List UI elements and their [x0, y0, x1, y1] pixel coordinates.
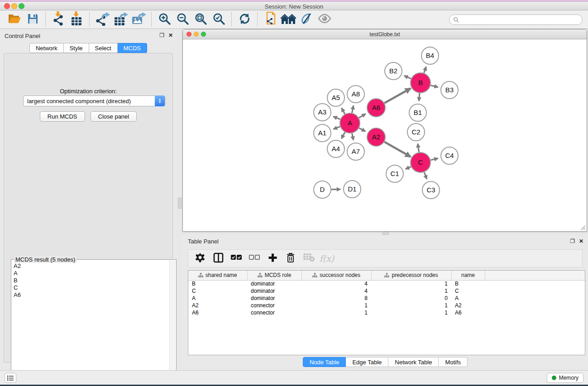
close-table-panel-icon[interactable]: ✕: [579, 238, 583, 244]
export-table-button[interactable]: [111, 12, 129, 27]
edge-A-A3[interactable]: [333, 117, 340, 119]
table-row[interactable]: Bdominator41B: [188, 280, 585, 287]
tab-edge-table[interactable]: Edge Table: [346, 357, 388, 367]
tab-motifs[interactable]: Motifs: [439, 357, 468, 367]
tab-network-table[interactable]: Network Table: [388, 357, 439, 367]
search-input[interactable]: [461, 17, 582, 23]
search-field[interactable]: [449, 14, 583, 25]
style-hide-button[interactable]: [297, 12, 316, 27]
cell[interactable]: 8: [301, 295, 371, 302]
vertical-splitter-handle[interactable]: [178, 198, 182, 209]
cell[interactable]: A6: [451, 309, 485, 316]
trash-button[interactable]: [282, 251, 299, 266]
table-row[interactable]: A2connector11A2: [188, 302, 585, 309]
result-item[interactable]: A6: [12, 291, 169, 299]
column-header-shared-name[interactable]: shared name: [188, 271, 247, 280]
tab-style[interactable]: Style: [64, 43, 89, 53]
tab-select[interactable]: Select: [89, 43, 118, 53]
close-panel-icon[interactable]: ✕: [168, 32, 173, 38]
add-button[interactable]: [264, 251, 281, 266]
node-B4[interactable]: B4: [421, 47, 439, 64]
edge-B-B2[interactable]: [404, 76, 411, 79]
edge-A-A5[interactable]: [342, 108, 345, 114]
node-D1[interactable]: D1: [344, 181, 361, 198]
edge-B-B4[interactable]: [424, 67, 426, 73]
edge-C-C4[interactable]: [430, 158, 438, 160]
node-A5[interactable]: A5: [327, 89, 344, 106]
column-header-name[interactable]: name: [451, 271, 485, 280]
task-history-button[interactable]: [5, 373, 16, 383]
edge-A-A7[interactable]: [352, 133, 354, 140]
cell[interactable]: 0: [371, 295, 451, 302]
zoom-selected-button[interactable]: [210, 12, 228, 27]
cell[interactable]: B: [188, 280, 247, 287]
import-table-button[interactable]: [67, 12, 86, 27]
close-panel-button[interactable]: Close panel: [91, 111, 137, 122]
cell[interactable]: A6: [188, 309, 247, 316]
open-session-button[interactable]: [5, 12, 24, 27]
column-header-successor-nodes[interactable]: successor nodes: [301, 271, 371, 280]
cell[interactable]: 1: [301, 302, 371, 309]
cell[interactable]: 4: [301, 287, 371, 295]
cell[interactable]: C: [451, 287, 485, 295]
cell[interactable]: dominator: [247, 280, 301, 287]
result-item[interactable]: B: [12, 277, 169, 284]
node-C3[interactable]: C3: [422, 181, 440, 199]
resize-grip-icon[interactable]: [580, 224, 586, 230]
node-A1[interactable]: A1: [314, 124, 331, 142]
memory-button[interactable]: Memory: [547, 373, 583, 383]
tab-node-table[interactable]: Node Table: [303, 357, 346, 367]
network-window-titlebar[interactable]: testGlobe.txt: [183, 29, 587, 39]
deselect-all-button[interactable]: [246, 251, 263, 266]
node-B1[interactable]: B1: [409, 104, 426, 121]
cell[interactable]: connector: [247, 309, 301, 316]
node-A3[interactable]: A3: [314, 104, 331, 121]
float-panel-icon[interactable]: ❐: [159, 32, 164, 38]
tab-network[interactable]: Network: [29, 43, 64, 53]
node-C2[interactable]: C2: [407, 124, 425, 141]
edge-A-A8[interactable]: [352, 105, 354, 113]
node-A4[interactable]: A4: [327, 140, 344, 157]
zoom-out-button[interactable]: [173, 12, 191, 27]
home-button[interactable]: [279, 12, 297, 27]
edge-A-A4[interactable]: [341, 132, 345, 138]
mcds-result-list[interactable]: A2ABCA6: [12, 262, 169, 386]
import-network-button[interactable]: [49, 12, 67, 27]
export-network-button[interactable]: [93, 12, 111, 27]
cell[interactable]: 1: [371, 280, 451, 287]
column-header-predecessor-nodes[interactable]: predecessor nodes: [371, 271, 451, 280]
cell[interactable]: A: [188, 295, 247, 302]
node-C[interactable]: C: [411, 152, 430, 172]
cell[interactable]: 1: [371, 309, 451, 316]
cell[interactable]: connector: [247, 302, 301, 309]
cell[interactable]: A: [451, 295, 485, 302]
cell[interactable]: 1: [371, 287, 451, 295]
edge-C-C3[interactable]: [424, 172, 427, 179]
export-image-button[interactable]: [129, 12, 148, 27]
cell[interactable]: 1: [371, 302, 451, 309]
node-A6[interactable]: A6: [367, 99, 385, 117]
result-item[interactable]: A2: [12, 262, 169, 270]
refresh-button[interactable]: [235, 12, 253, 27]
criterion-select[interactable]: largest connected component (directed) ▲…: [23, 95, 165, 106]
node-table[interactable]: shared nameMCDS rolesuccessor nodesprede…: [188, 270, 585, 355]
result-scrollbar[interactable]: [169, 260, 176, 386]
network-graph-canvas[interactable]: AA6A2BCA5A8A3A1A4A7B2B4B3B1C2C4C1C3DD1: [183, 40, 587, 232]
cell[interactable]: dominator: [247, 287, 301, 295]
edge-A2-C[interactable]: [384, 142, 411, 157]
float-table-panel-icon[interactable]: ❐: [570, 238, 575, 244]
node-A7[interactable]: A7: [347, 143, 364, 160]
birdseye-button[interactable]: [316, 12, 334, 27]
edge-C-C1[interactable]: [406, 167, 411, 169]
column-header-MCDS-role[interactable]: MCDS role: [247, 271, 301, 280]
node-A[interactable]: A: [340, 113, 360, 133]
cell[interactable]: dominator: [247, 295, 301, 302]
node-B2[interactable]: B2: [385, 62, 402, 80]
table-row[interactable]: Cdominator41C: [188, 287, 585, 295]
result-item[interactable]: A: [12, 270, 169, 277]
edge-A-A1[interactable]: [333, 127, 340, 129]
edge-B-B3[interactable]: [430, 86, 438, 87]
node-A2[interactable]: A2: [367, 128, 385, 146]
settings-button[interactable]: [192, 251, 208, 266]
table-row[interactable]: Adominator80A: [188, 295, 585, 302]
